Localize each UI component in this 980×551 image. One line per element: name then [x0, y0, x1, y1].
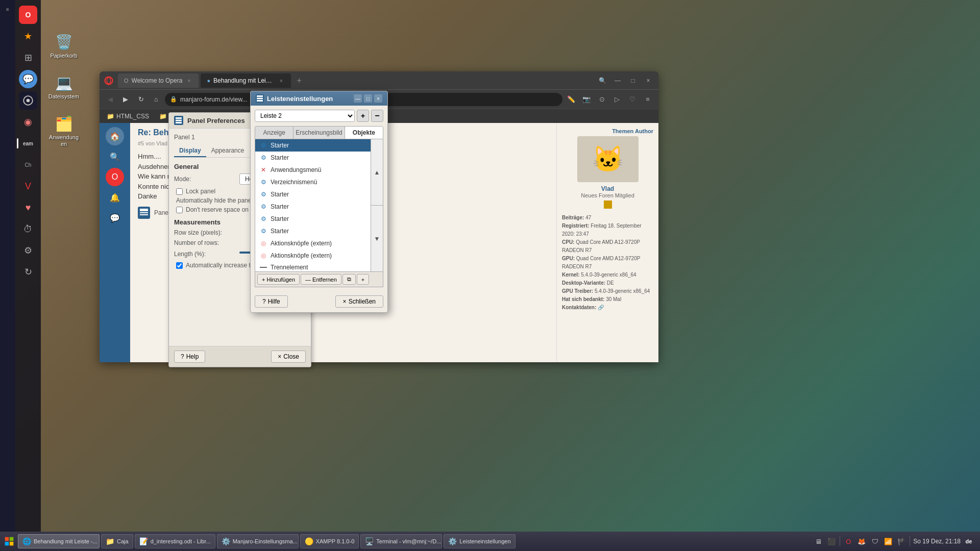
schliessen-button[interactable]: × Schließen: [335, 295, 383, 308]
camera-icon[interactable]: 📷: [580, 93, 593, 106]
taskbar-caja-icon: 📁: [106, 537, 114, 545]
hinzufuegen-button[interactable]: + Hinzufügen: [257, 274, 300, 285]
list-item-0[interactable]: ⚙ Starter: [255, 139, 371, 152]
dock-icon-update[interactable]: ↻: [19, 263, 37, 281]
play-icon[interactable]: ▷: [610, 93, 624, 106]
list-item-5[interactable]: ⚙ Starter: [255, 201, 371, 213]
browser-tab-2[interactable]: ● Behandlung mit Leiste... ×: [201, 73, 291, 88]
home-button[interactable]: ⌂: [150, 93, 163, 106]
taskbar-opera-tray[interactable]: O: [843, 536, 853, 546]
forum-sidebar-home[interactable]: 🏠: [106, 127, 124, 145]
dock-icon-instagram[interactable]: ◉: [19, 113, 37, 131]
taskbar-firefox-tray[interactable]: 🦊: [856, 536, 867, 546]
taskbar-lang-indicator[interactable]: de: [964, 536, 974, 546]
leisten-close-btn[interactable]: ×: [374, 94, 382, 103]
leisten-dialog: Leisteneinstellungen — □ × Leiste 2 Leis…: [250, 91, 388, 313]
list-item-9[interactable]: ◎ Aktionsknöpfe (extern): [255, 249, 371, 262]
desktop-icon-dateisystem[interactable]: 💻 Dateisystem: [46, 71, 82, 102]
leiste-select[interactable]: Leiste 2 Leiste 1 Leiste 3: [255, 110, 355, 122]
tab2-close[interactable]: ×: [278, 77, 285, 84]
dock-icon-opera[interactable]: O: [19, 6, 37, 24]
tab-anzeige[interactable]: Anzeige: [255, 127, 293, 139]
item-icon-10: [260, 267, 267, 268]
new-tab-button[interactable]: +: [293, 74, 305, 87]
dock-icon-settings[interactable]: ⚙: [19, 241, 37, 260]
tab-objekte[interactable]: Objekte: [345, 127, 383, 139]
taskbar-app-browser[interactable]: 🌐 Behandlung mit Leiste -...: [18, 534, 100, 548]
list-item-1[interactable]: ⚙ Starter: [255, 152, 371, 164]
dock-icon-speed-dial[interactable]: ⊞: [19, 48, 37, 67]
bookmark-html-css[interactable]: 📁 HTML_CSS: [104, 112, 152, 121]
panel-prefs-close-button[interactable]: × Close: [271, 350, 306, 363]
desktop-icon-anwendungen[interactable]: 🗂️ Anwendungen: [46, 112, 82, 149]
list-item-6[interactable]: ⚙ Starter: [255, 213, 371, 225]
leiste-add-button[interactable]: +: [357, 110, 369, 122]
dock-icon-favorites[interactable]: ★: [19, 27, 37, 45]
list-item-2[interactable]: ✕ Anwendungsmenü: [255, 164, 371, 176]
edit-icon[interactable]: ✏️: [565, 93, 578, 106]
scroll-down-button[interactable]: ▼: [371, 206, 383, 271]
list-item-3[interactable]: ⚙ Verzeichnismenü: [255, 176, 371, 188]
scroll-up-button[interactable]: ▲: [371, 139, 383, 206]
tab-appearance[interactable]: Appearance: [206, 145, 250, 157]
dock-icon-history[interactable]: ⏱: [19, 220, 37, 238]
dock-icon-messenger[interactable]: 💬: [19, 70, 37, 88]
taskbar-flag-tray[interactable]: 🏴: [896, 536, 906, 546]
forum-sidebar-notifications[interactable]: 🔔: [106, 188, 124, 207]
dock-icon-chuchucha[interactable]: Ch: [19, 156, 37, 174]
dock-icon-heart[interactable]: ♥: [19, 198, 37, 217]
desktop-icon-papierkorb[interactable]: 🗑️ Papierkorb: [46, 31, 82, 61]
taskbar-separator-2: [910, 536, 910, 546]
browser-tab-1[interactable]: O Welcome to Opera ×: [118, 73, 199, 88]
panel-prefs-help-button[interactable]: ? Help: [174, 350, 205, 363]
forum-sidebar-search[interactable]: 🔍: [106, 147, 124, 166]
screenshot-icon[interactable]: ⊙: [595, 93, 608, 106]
dock-icon-vivaldi[interactable]: V: [19, 177, 37, 195]
leisten-footer: ? Hilfe × Schließen: [251, 291, 387, 312]
dont-reserve-checkbox[interactable]: [176, 207, 183, 213]
item-icon-6: ⚙: [259, 215, 267, 223]
forum-sidebar-user[interactable]: O: [106, 168, 124, 186]
dock-icon-steam[interactable]: [19, 91, 37, 110]
taskbar-app-terminal[interactable]: 🖥️ Terminal - vlm@mnj:~/D...: [360, 534, 442, 548]
leiste-remove-button[interactable]: −: [371, 110, 383, 122]
close-button[interactable]: ×: [642, 74, 654, 87]
heart-icon[interactable]: ♡: [626, 93, 639, 106]
add-button[interactable]: +: [357, 274, 369, 285]
taskbar-desktop-icon-2[interactable]: ⬛: [826, 536, 837, 546]
tab-erscheinungsbild[interactable]: Erscheinungsbild: [293, 127, 345, 139]
taskbar-start-button[interactable]: [2, 534, 16, 548]
reload-button[interactable]: ↻: [134, 93, 148, 106]
list-item-10[interactable]: Trennelement: [255, 262, 371, 271]
leisten-maximize-btn[interactable]: □: [364, 94, 372, 103]
taskbar-wifi-tray[interactable]: 📶: [883, 536, 893, 546]
tab1-label: Welcome to Opera: [132, 77, 183, 84]
taskbar-app-caja[interactable]: 📁 Caja: [101, 534, 133, 548]
entfernen-button[interactable]: — Entfernen: [301, 274, 341, 285]
forward-button[interactable]: ▶: [119, 93, 132, 106]
taskbar-app-manjaro[interactable]: ⚙️ Manjaro-Einstellungsma...: [217, 534, 299, 548]
copy-button[interactable]: ⧉: [342, 274, 356, 285]
taskbar-app-leisten[interactable]: ⚙️ Leisteneinstellungen: [444, 534, 515, 548]
list-item-8[interactable]: ◎ Aktionsknöpfe (extern): [255, 237, 371, 249]
auto-increase-checkbox[interactable]: [176, 262, 183, 269]
menu-icon[interactable]: ≡: [641, 93, 654, 106]
taskbar-desktop-icon-1[interactable]: 🖥: [813, 536, 823, 546]
back-button[interactable]: ◀: [104, 93, 117, 106]
taskbar-shield-tray[interactable]: 🛡: [870, 536, 880, 546]
tab1-close[interactable]: ×: [185, 77, 192, 84]
list-item-7[interactable]: ⚙ Starter: [255, 225, 371, 237]
tab-display[interactable]: Display: [174, 145, 206, 157]
search-icon-btn[interactable]: 🔍: [596, 74, 608, 87]
leisten-minimize-btn[interactable]: —: [354, 94, 362, 103]
taskbar-app-libreoffice[interactable]: 📝 d_interesting.odt - Libr...: [135, 534, 215, 548]
maximize-button[interactable]: □: [627, 74, 639, 87]
dock-icon-team[interactable]: eam: [19, 134, 37, 153]
list-item-4[interactable]: ⚙ Starter: [255, 188, 371, 201]
forum-sidebar-chat[interactable]: 💬: [106, 209, 124, 227]
hilfe-button[interactable]: ? Hilfe: [255, 295, 288, 308]
minimize-button[interactable]: —: [611, 74, 624, 87]
hinzufuegen-label: Hinzufügen: [266, 277, 295, 283]
lock-panel-checkbox[interactable]: [176, 188, 183, 195]
taskbar-app-xampp[interactable]: 🟡 XAMPP 8.1.0-0: [300, 534, 359, 548]
